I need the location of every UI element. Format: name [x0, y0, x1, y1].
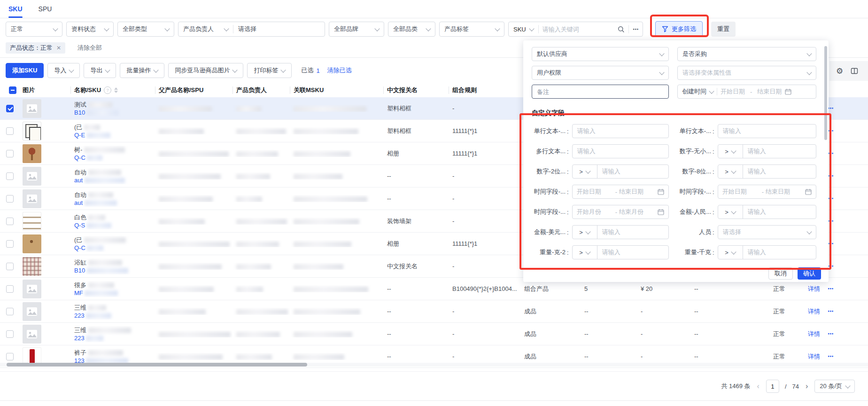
more-actions-icon[interactable]: ⋯ [828, 330, 834, 337]
more-actions-icon[interactable]: ⋯ [828, 285, 834, 292]
more-actions-icon[interactable]: ⋯ [828, 127, 834, 134]
custom-field-input[interactable]: 请输入 [597, 165, 668, 178]
tab-spu[interactable]: SPU [39, 0, 52, 18]
sku-link[interactable]: Q-S [74, 222, 85, 229]
close-icon[interactable]: ✕ [56, 45, 61, 51]
more-actions-icon[interactable]: ⋯ [828, 353, 834, 360]
prev-page-icon[interactable]: ‹ [756, 382, 760, 390]
row-checkbox[interactable] [6, 330, 14, 338]
ellipsis-icon[interactable]: ⋯ [629, 26, 643, 33]
custom-field-date-range[interactable]: 开始日期-结束日期 [572, 185, 669, 199]
category-filter-select[interactable]: 全部品类 [388, 22, 435, 37]
type-filter-select[interactable]: 全部类型 [117, 22, 174, 37]
export-button[interactable]: 导出 [84, 63, 116, 78]
reset-button[interactable]: 重置 [711, 22, 736, 37]
custom-field-input[interactable]: 请输入 [597, 226, 668, 239]
comparator-select[interactable]: > [718, 165, 743, 178]
sku-link[interactable]: Q-C [74, 244, 85, 251]
gear-icon[interactable]: ⚙ [836, 67, 843, 75]
custom-field-input[interactable]: 请输入 [718, 124, 816, 138]
sku-link[interactable]: aut [74, 177, 83, 184]
custom-field-input[interactable]: 请输入 [743, 246, 816, 259]
sku-link[interactable]: B10 [74, 109, 85, 116]
more-actions-icon[interactable]: ⋯ [828, 240, 834, 247]
more-actions-icon[interactable]: ⋯ [828, 308, 834, 315]
custom-field-input[interactable]: 请输入 [597, 246, 668, 259]
default-supplier-select[interactable]: 默认供应商 [532, 47, 669, 61]
range-end-input[interactable]: 结束日期 [766, 187, 803, 196]
row-checkbox[interactable] [6, 150, 14, 157]
comparator-select[interactable]: > [718, 205, 743, 219]
comparator-select[interactable]: > [718, 246, 743, 259]
sku-link[interactable]: 223 [74, 335, 85, 342]
variant-attribute-select[interactable]: 请选择变体属性值 [677, 66, 816, 80]
panel-scrollbar-handle[interactable] [824, 46, 827, 140]
current-page-box[interactable]: 1 [766, 380, 779, 393]
owner-field-select[interactable]: 产品负责人 [178, 25, 233, 33]
clear-all-filters-link[interactable]: 清除全部 [78, 44, 102, 52]
table-row[interactable]: 三维 223 -- - 成品 -- - -- 正常 详情 ⋯ [0, 300, 868, 323]
tab-sku[interactable]: SKU [8, 0, 23, 18]
select-all-checkbox[interactable] [9, 86, 16, 94]
data-status-filter-select[interactable]: 资料状态 [66, 22, 114, 37]
comparator-select[interactable]: > [573, 226, 597, 239]
cancel-button[interactable]: 取消 [768, 267, 793, 280]
horizontal-scrollbar-handle[interactable] [7, 363, 307, 367]
search-field-select[interactable]: SKU [509, 26, 538, 33]
range-start-input[interactable]: 开始日期 [722, 187, 760, 196]
custom-field-select[interactable]: 请选择 [718, 225, 816, 239]
more-actions-icon[interactable]: ⋯ [828, 218, 834, 225]
sku-link[interactable]: aut [74, 199, 83, 206]
is-purchase-select[interactable]: 是否采购 [677, 47, 816, 61]
range-end-input[interactable]: 结束月份 [619, 208, 656, 216]
search-input[interactable] [539, 26, 614, 33]
detail-link[interactable]: 详情 [808, 285, 820, 293]
print-label-button[interactable]: 打印标签 [247, 63, 292, 78]
columns-settings-icon[interactable] [851, 67, 858, 75]
more-actions-icon[interactable]: ⋯ [828, 172, 834, 180]
row-checkbox[interactable] [6, 195, 14, 203]
batch-operation-button[interactable]: 批量操作 [120, 63, 164, 78]
owner-filter-input[interactable]: 请选择 [233, 25, 261, 33]
note-input[interactable] [532, 85, 669, 99]
sort-icon[interactable] [114, 87, 118, 93]
start-date-input[interactable]: 开始日期 [721, 87, 745, 96]
custom-field-date-range[interactable]: 开始月份-结束月份 [572, 205, 669, 219]
row-checkbox[interactable] [6, 172, 14, 180]
more-actions-icon[interactable]: ⋯ [828, 105, 834, 112]
range-end-input[interactable]: 结束日期 [619, 187, 656, 196]
row-checkbox[interactable] [6, 353, 14, 360]
range-start-input[interactable]: 开始日期 [577, 187, 613, 196]
add-sku-button[interactable]: 添加SKU [6, 63, 44, 78]
sku-link[interactable]: Q-E [74, 132, 85, 139]
custom-field-input[interactable]: 请输入 [743, 165, 816, 178]
comparator-select[interactable]: > [573, 165, 597, 178]
sku-link[interactable]: 223 [74, 312, 85, 319]
row-checkbox[interactable] [6, 218, 14, 225]
row-checkbox[interactable] [6, 105, 14, 112]
next-page-icon[interactable]: › [805, 382, 809, 390]
custom-field-input[interactable]: 请输入 [572, 124, 669, 138]
more-filter-button[interactable]: 更多筛选 [655, 21, 703, 37]
detail-link[interactable]: 详情 [808, 307, 820, 316]
more-actions-icon[interactable]: ⋯ [828, 263, 834, 270]
confirm-button[interactable]: 确认 [798, 267, 821, 280]
comparator-select[interactable]: > [573, 246, 597, 259]
sku-link[interactable]: B10 [74, 267, 85, 274]
custom-field-input[interactable]: 请输入 [572, 144, 669, 158]
brand-filter-select[interactable]: 全部品牌 [329, 22, 384, 37]
custom-field-date-range[interactable]: 开始日期-结束日期 [718, 185, 816, 199]
search-icon[interactable] [614, 26, 628, 33]
page-size-select[interactable]: 20 条/页 [814, 380, 855, 393]
table-row[interactable]: 三维 223 -- - 成品 -- - -- 正常 详情 ⋯ [0, 323, 868, 345]
time-field-select[interactable]: 创建时间 [682, 87, 706, 96]
import-button[interactable]: 导入 [47, 63, 80, 78]
row-checkbox[interactable] [6, 263, 14, 270]
sku-link[interactable]: Q-C [74, 154, 85, 161]
end-date-input[interactable]: 结束日期 [757, 87, 782, 96]
row-checkbox[interactable] [6, 308, 14, 315]
comparator-select[interactable]: > [718, 145, 743, 158]
row-checkbox[interactable] [6, 240, 14, 248]
row-checkbox[interactable] [6, 285, 14, 293]
clear-selected-link[interactable]: 清除已选 [327, 66, 352, 75]
